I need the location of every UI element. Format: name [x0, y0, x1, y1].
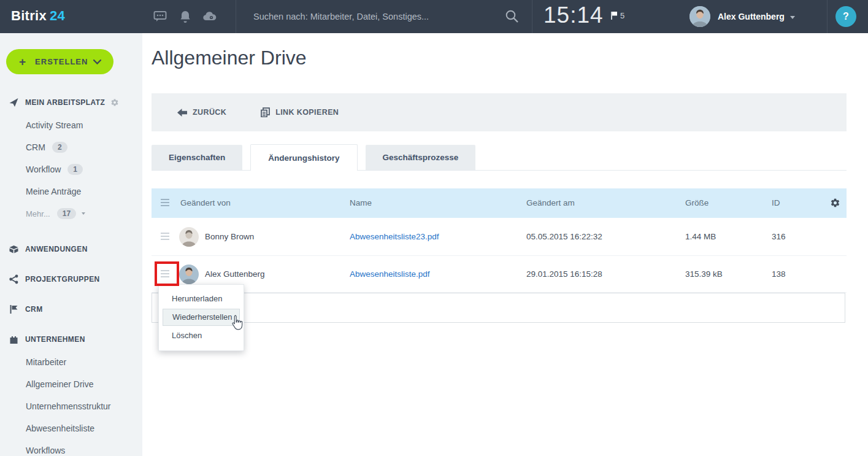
column-header-id[interactable]: ID: [772, 198, 780, 207]
row-id: 138: [772, 269, 786, 279]
row-file-link[interactable]: Abwesenheitsliste.pdf: [350, 269, 430, 279]
sidebar-item-unternehmensstruktur[interactable]: Unternehmensstruktur: [0, 395, 142, 417]
help-button[interactable]: ?: [835, 6, 856, 27]
chat-icon[interactable]: [153, 10, 167, 23]
back-button-label: ZURÜCK: [193, 108, 226, 117]
workflow-badge: 1: [67, 164, 83, 175]
toolbar: ZURÜCK LINK KOPIEREN: [152, 93, 847, 131]
item-label: Unternehmensstruktur: [26, 401, 111, 411]
sidebar-nav-list: Mitarbeiter Allgemeiner Drive Unternehme…: [0, 351, 142, 456]
item-label: CRM: [26, 142, 45, 152]
menu-item-loeschen[interactable]: Löschen: [159, 327, 244, 345]
column-header-geaendert-am[interactable]: Geändert am: [526, 198, 575, 207]
share-icon: [9, 274, 21, 284]
menu-item-herunterladen[interactable]: Herunterladen: [159, 290, 244, 308]
item-label: Workflows: [26, 446, 65, 455]
item-label: Abwesenheitsliste: [26, 423, 94, 433]
mehr-badge: 17: [57, 208, 76, 219]
sidebar-item-workflow[interactable]: Workflow1: [0, 158, 142, 180]
row-date: 05.05.2015 16:22:32: [526, 232, 602, 241]
sidebar-section-projektgruppen[interactable]: PROJEKTGRUPPEN: [0, 274, 142, 285]
item-label: Activity Stream: [26, 120, 83, 130]
item-label: Mitarbeiter: [26, 357, 66, 367]
sidebar-item-mitarbeiter[interactable]: Mitarbeiter: [0, 351, 142, 373]
row-menu-icon[interactable]: [161, 270, 169, 279]
row-date: 29.01.2015 16:15:28: [526, 269, 602, 279]
row-user-name: Alex Guttenberg: [205, 269, 265, 279]
sidebar-item-allgemeiner-drive[interactable]: Allgemeiner Drive: [0, 373, 142, 395]
table-row[interactable]: Bonny Brown Abwesenheitsliste23.pdf 05.0…: [152, 218, 847, 256]
copy-link-button[interactable]: LINK KOPIEREN: [261, 107, 339, 117]
section-label: PROJEKTGRUPPEN: [25, 275, 100, 284]
menu-item-wiederherstellen[interactable]: Wiederherstellen: [163, 309, 240, 326]
row-menu-icon[interactable]: [161, 199, 169, 208]
table-header: Geändert von Name Geändert am Größe ID: [152, 188, 847, 218]
sidebar-section-mein-arbeitsplatz[interactable]: MEIN ARBEITSPLATZ: [0, 97, 142, 108]
row-user-name: Bonny Brown: [205, 232, 254, 241]
gear-icon[interactable]: [110, 98, 119, 107]
chevron-down-icon: [93, 60, 101, 64]
tab-geschaeftsprozesse[interactable]: Geschäftsprozesse: [366, 145, 476, 170]
drive-cloud-icon[interactable]: [202, 10, 217, 23]
sidebar-section-anwendungen[interactable]: ANWENDUNGEN: [0, 244, 142, 255]
main-content: Allgemeiner Drive ZURÜCK LINK KOPIEREN E…: [142, 33, 868, 456]
sidebar-item-crm[interactable]: CRM2: [0, 136, 142, 158]
column-header-geaendert-von[interactable]: Geändert von: [180, 198, 231, 207]
crm-badge: 2: [52, 142, 67, 153]
back-button[interactable]: ZURÜCK: [177, 108, 226, 117]
sidebar-item-abwesenheitsliste[interactable]: Abwesenheitsliste: [0, 417, 142, 439]
section-label: CRM: [25, 305, 43, 314]
sidebar-item-meine-antraege[interactable]: Meine Anträge: [0, 180, 142, 203]
search-placeholder: Suchen nach: Mitarbeiter, Datei, Sonstig…: [253, 12, 429, 21]
bitrix24-app: Bitrix24 Suchen nach: Mitarbeiter, Datei…: [0, 0, 868, 456]
user-menu[interactable]: Alex Guttenberg: [689, 6, 795, 27]
page-title: Allgemeiner Drive: [152, 47, 307, 69]
tab-eigenschaften[interactable]: Eigenschaften: [152, 145, 242, 170]
table-row[interactable]: Alex Guttenberg Abwesenheitsliste.pdf 29…: [152, 256, 847, 293]
pin-icon: [9, 98, 21, 107]
copy-link-label: LINK KOPIEREN: [275, 108, 339, 117]
clock[interactable]: 15:14: [543, 2, 604, 28]
section-label: ANWENDUNGEN: [25, 245, 88, 253]
planner-flag[interactable]: 5: [611, 11, 624, 20]
search-icon[interactable]: [505, 9, 520, 26]
row-size: 1.44 MB: [685, 232, 716, 241]
row-size: 315.39 kB: [685, 269, 723, 279]
chevron-down-icon: [82, 212, 85, 215]
logo-24: 24: [50, 8, 65, 23]
user-avatar: [689, 6, 710, 27]
notifications-bell-icon[interactable]: [179, 10, 191, 23]
section-label: UNTERNEHMEN: [25, 335, 85, 344]
tab-aenderungshistory[interactable]: Änderungshistory: [250, 144, 357, 171]
row-file-link[interactable]: Abwesenheitsliste23.pdf: [350, 232, 439, 241]
avatar: [179, 265, 199, 284]
table-settings-gear-icon[interactable]: [830, 198, 840, 211]
apps-box-icon: [9, 244, 21, 254]
table-footer-panel: [152, 293, 845, 323]
copy-icon: [261, 107, 270, 117]
castle-icon: [9, 334, 21, 344]
user-name: Alex Guttenberg: [718, 12, 785, 21]
create-button[interactable]: + ERSTELLEN: [6, 49, 113, 74]
sidebar: + ERSTELLEN MEIN ARBEITSPLATZ Activity S…: [0, 33, 142, 456]
column-header-name[interactable]: Name: [350, 198, 372, 207]
bitrix24-logo[interactable]: Bitrix24: [11, 8, 65, 24]
sidebar-section-crm[interactable]: CRM: [0, 304, 142, 315]
sidebar-item-activity-stream[interactable]: Activity Stream: [0, 114, 142, 136]
avatar: [179, 227, 199, 247]
plus-icon: +: [19, 55, 26, 69]
global-search-input[interactable]: Suchen nach: Mitarbeiter, Datei, Sonstig…: [236, 0, 532, 33]
column-header-groesse[interactable]: Größe: [685, 198, 709, 207]
sidebar-section-unternehmen[interactable]: UNTERNEHMEN: [0, 334, 142, 345]
row-menu-icon[interactable]: [161, 233, 169, 242]
sidebar-item-mehr[interactable]: Mehr...17: [0, 203, 142, 225]
item-label: Mehr...: [26, 209, 50, 218]
sidebar-item-workflows[interactable]: Workflows: [0, 439, 142, 456]
logo-bitrix: Bitrix: [11, 8, 47, 23]
flag-count: 5: [620, 11, 624, 20]
tab-bar: Eigenschaften Änderungshistory Geschäfts…: [152, 144, 847, 171]
topbar-divider: [827, 0, 828, 33]
history-table: Geändert von Name Geändert am Größe ID B…: [152, 188, 847, 293]
row-context-menu: Herunterladen Wiederherstellen Löschen: [158, 284, 244, 351]
section-label: MEIN ARBEITSPLATZ: [25, 98, 105, 107]
